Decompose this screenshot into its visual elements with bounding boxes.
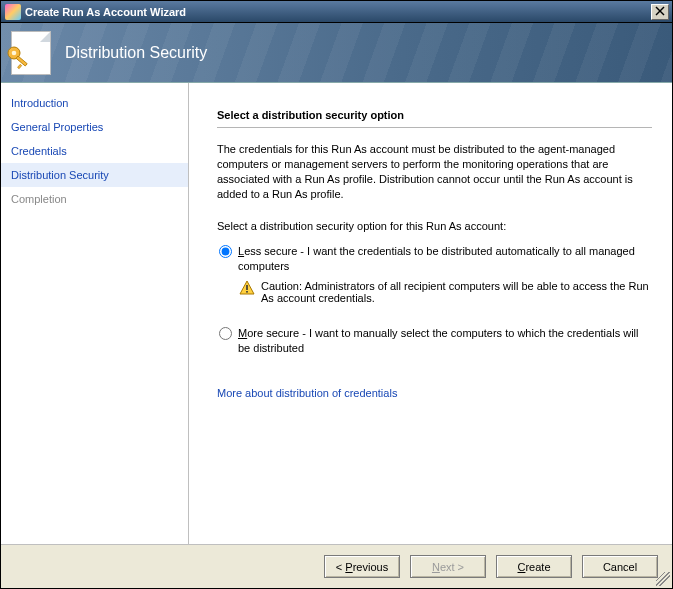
wizard-sidebar: Introduction General Properties Credenti… xyxy=(1,83,189,544)
svg-rect-5 xyxy=(18,64,22,68)
cancel-button[interactable]: Cancel xyxy=(582,555,658,578)
warning-icon xyxy=(239,280,255,296)
sidebar-item-completion: Completion xyxy=(1,187,188,211)
option-less-secure[interactable]: Less secure - I want the credentials to … xyxy=(217,244,652,274)
titlebar: Create Run As Account Wizard xyxy=(1,1,672,23)
svg-rect-8 xyxy=(246,291,248,293)
banner-title: Distribution Security xyxy=(65,44,207,62)
option-less-secure-label[interactable]: Less secure - I want the credentials to … xyxy=(238,244,652,274)
option-more-secure-label[interactable]: More secure - I want to manually select … xyxy=(238,326,652,356)
svg-rect-4 xyxy=(16,56,27,66)
radio-less-secure[interactable] xyxy=(219,245,232,258)
more-info-link[interactable]: More about distribution of credentials xyxy=(217,386,652,401)
wizard-footer: < Previous Next > Create Cancel xyxy=(1,544,672,588)
sidebar-item-general-properties[interactable]: General Properties xyxy=(1,115,188,139)
caution-row: Caution: Administrators of all recipient… xyxy=(239,280,652,304)
option-more-secure[interactable]: More secure - I want to manually select … xyxy=(217,326,652,356)
caution-text: Caution: Administrators of all recipient… xyxy=(261,280,652,304)
svg-rect-7 xyxy=(246,285,248,290)
close-button[interactable] xyxy=(651,4,669,20)
next-button: Next > xyxy=(410,555,486,578)
page-heading: Select a distribution security option xyxy=(217,109,652,121)
app-icon xyxy=(5,4,21,20)
previous-button[interactable]: < Previous xyxy=(324,555,400,578)
page-icon xyxy=(11,31,51,75)
create-button[interactable]: Create xyxy=(496,555,572,578)
sidebar-item-introduction[interactable]: Introduction xyxy=(1,91,188,115)
sidebar-item-credentials[interactable]: Credentials xyxy=(1,139,188,163)
wizard-main: Select a distribution security option Th… xyxy=(189,83,672,544)
wizard-banner: Distribution Security xyxy=(1,23,672,83)
separator xyxy=(217,127,652,128)
sidebar-item-distribution-security[interactable]: Distribution Security xyxy=(1,163,188,187)
page-description: The credentials for this Run As account … xyxy=(217,142,652,201)
window-title: Create Run As Account Wizard xyxy=(25,6,651,18)
radio-more-secure[interactable] xyxy=(219,327,232,340)
content-area: Introduction General Properties Credenti… xyxy=(1,83,672,544)
svg-point-3 xyxy=(12,50,17,55)
page-prompt: Select a distribution security option fo… xyxy=(217,219,652,234)
resize-grip[interactable] xyxy=(656,572,670,586)
key-icon xyxy=(6,44,32,70)
